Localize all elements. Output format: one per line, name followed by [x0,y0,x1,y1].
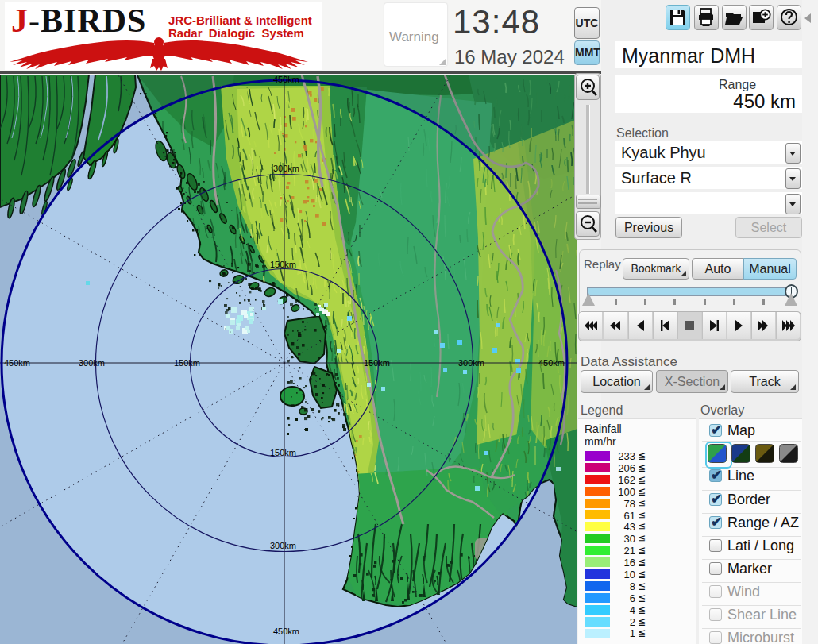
svg-text:450km: 450km [538,358,565,368]
svg-text:300km: 300km [270,541,296,550]
svg-text:450km: 450km [4,358,30,368]
svg-text:150km: 150km [270,260,296,269]
svg-text:150km: 150km [174,358,200,368]
svg-text:450km: 450km [273,627,299,636]
svg-text:450km: 450km [273,75,299,84]
svg-text:300km: 300km [79,358,105,368]
svg-text:150km: 150km [364,358,390,368]
svg-text:300km: 300km [458,358,484,368]
svg-text:150km: 150km [270,448,296,457]
svg-text:300km: 300km [273,164,299,173]
